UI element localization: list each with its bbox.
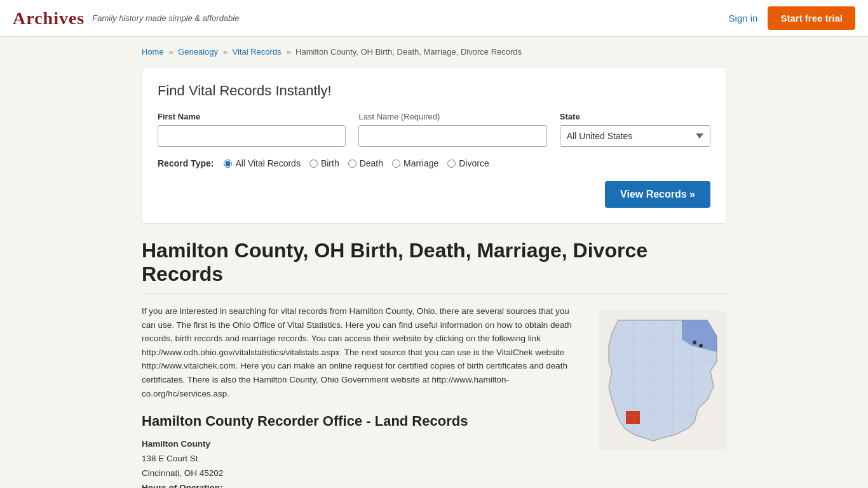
radio-marriage-label: Marriage — [403, 158, 438, 168]
radio-divorce-label: Divorce — [459, 158, 489, 168]
recorder-title: Hamilton County Recorder Office - Land R… — [142, 413, 580, 430]
radio-death-label: Death — [360, 158, 383, 168]
header-left: Archives Family history made simple & af… — [13, 8, 239, 29]
first-name-input[interactable] — [158, 125, 346, 147]
ohio-map-container — [599, 311, 726, 488]
page-title: Hamilton County, OH Birth, Death, Marria… — [142, 239, 726, 294]
radio-marriage[interactable]: Marriage — [392, 158, 438, 168]
record-type-row: Record Type: All Vital Records Birth Dea… — [158, 158, 710, 168]
radio-divorce-input[interactable] — [447, 159, 456, 168]
radio-marriage-input[interactable] — [392, 159, 400, 168]
start-trial-button[interactable]: Start free trial — [768, 6, 855, 30]
site-logo: Archives — [13, 8, 85, 29]
ohio-map — [599, 311, 726, 451]
radio-birth[interactable]: Birth — [309, 158, 339, 168]
record-type-label: Record Type: — [158, 158, 214, 168]
first-name-label: First Name — [158, 112, 346, 121]
svg-rect-2 — [626, 411, 640, 424]
address-block: Hamilton County 138 E Court St Cincinnat… — [142, 437, 580, 488]
address-hours: Hours of Operation: 8AM-4PM EST — [142, 481, 580, 488]
main-content: Home » Genealogy » Vital Records » Hamil… — [129, 37, 739, 488]
breadcrumb-sep-1: » — [168, 47, 173, 57]
radio-all-vital-label: All Vital Records — [235, 158, 300, 168]
radio-all-vital[interactable]: All Vital Records — [224, 158, 300, 168]
state-select[interactable]: All United States Alabama Alaska Arizona… — [560, 125, 710, 147]
radio-death[interactable]: Death — [348, 158, 383, 168]
radio-all-vital-input[interactable] — [224, 159, 232, 168]
address-city: Cincinnati, OH 45202 — [142, 468, 223, 478]
svg-point-13 — [693, 341, 696, 344]
breadcrumb-sep-2: » — [223, 47, 227, 57]
header-right: Sign in Start free trial — [729, 6, 855, 30]
radio-divorce[interactable]: Divorce — [447, 158, 489, 168]
address-street: 138 E Court St — [142, 454, 198, 463]
state-group: State All United States Alabama Alaska A… — [560, 112, 710, 147]
address-hours-label: Hours of Operation: — [142, 481, 580, 488]
svg-point-14 — [699, 344, 703, 348]
search-fields: First Name Last Name (Required) State Al… — [158, 112, 710, 147]
intro-paragraph: If you are interested in searching for v… — [142, 304, 580, 400]
search-box: Find Vital Records Instantly! First Name… — [142, 67, 726, 224]
radio-group: All Vital Records Birth Death Marriage D… — [224, 158, 489, 168]
content-text: If you are interested in searching for v… — [142, 304, 580, 488]
required-indicator: (Required) — [401, 112, 440, 121]
breadcrumb-genealogy[interactable]: Genealogy — [178, 47, 218, 57]
breadcrumb: Home » Genealogy » Vital Records » Hamil… — [142, 47, 726, 57]
radio-death-input[interactable] — [348, 159, 356, 168]
sign-in-link[interactable]: Sign in — [729, 13, 758, 24]
last-name-label: Last Name (Required) — [358, 112, 546, 121]
search-title: Find Vital Records Instantly! — [158, 83, 710, 99]
breadcrumb-current: Hamilton County, OH Birth, Death, Marria… — [295, 47, 522, 57]
view-records-button[interactable]: View Records » — [605, 181, 710, 208]
site-tagline: Family history made simple & affordable — [92, 13, 239, 23]
state-label: State — [560, 112, 710, 121]
breadcrumb-home[interactable]: Home — [142, 47, 164, 57]
last-name-group: Last Name (Required) — [358, 112, 546, 147]
radio-birth-input[interactable] — [309, 159, 318, 168]
last-name-input[interactable] — [358, 125, 546, 147]
site-header: Archives Family history made simple & af… — [0, 0, 868, 37]
first-name-group: First Name — [158, 112, 346, 147]
radio-birth-label: Birth — [321, 158, 339, 168]
content-area: If you are interested in searching for v… — [142, 304, 726, 488]
address-name: Hamilton County — [142, 437, 580, 452]
breadcrumb-vital-records[interactable]: Vital Records — [233, 47, 281, 57]
breadcrumb-sep-3: » — [286, 47, 290, 57]
